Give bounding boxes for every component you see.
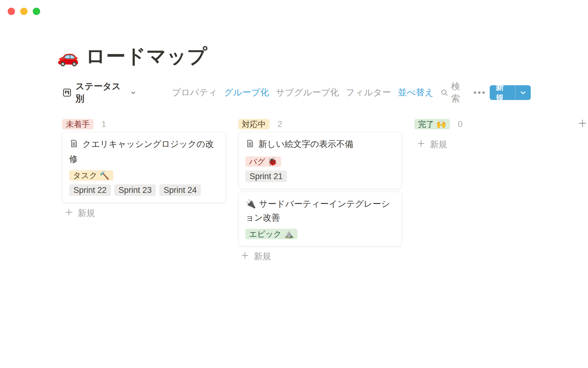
column-header-done: 完了 🙌0 bbox=[414, 119, 578, 129]
more-options-button[interactable] bbox=[474, 91, 485, 94]
page-emoji-car-icon: 🚗 bbox=[57, 46, 79, 67]
tag-badge: エピック ⛰️ bbox=[245, 229, 297, 239]
board-column-not-started: 未着手1クエリキャッシングロジックの改修タスク 🔨Sprint 22Sprint… bbox=[62, 119, 226, 263]
toolbar-item-subgroup[interactable]: サブグループ化 bbox=[276, 86, 339, 99]
card[interactable]: 新しい絵文字の表示不備バグ 🐞Sprint 21 bbox=[238, 132, 402, 189]
window-controls bbox=[8, 8, 40, 15]
new-button-label[interactable]: 新規 bbox=[490, 85, 515, 100]
minimize-button[interactable] bbox=[20, 8, 28, 15]
view-name: ステータス別 bbox=[76, 80, 126, 105]
card-title: 🔌サードバーティーインテグレーション改善 bbox=[245, 197, 395, 224]
plus-icon bbox=[417, 139, 425, 150]
sprint-chip: Sprint 22 bbox=[69, 184, 111, 196]
column-count: 0 bbox=[458, 119, 463, 129]
tag-badge: バグ 🐞 bbox=[245, 156, 281, 167]
tag-row: タスク 🔨 bbox=[69, 170, 219, 181]
toolbar-item-sort[interactable]: 並べ替え bbox=[398, 86, 434, 99]
add-card-button-done[interactable]: 新規 bbox=[414, 138, 578, 151]
page-title: 🚗 ロードマップ bbox=[57, 43, 207, 70]
status-badge[interactable]: 対応中 bbox=[238, 119, 270, 129]
sprint-row: Sprint 21 bbox=[245, 171, 395, 182]
sprint-chip: Sprint 24 bbox=[159, 184, 201, 196]
page-icon bbox=[69, 138, 78, 152]
add-card-label: 新規 bbox=[78, 207, 95, 219]
view-switcher[interactable]: ステータス別 bbox=[62, 80, 136, 105]
search-icon bbox=[440, 88, 448, 97]
search-label: 検索 bbox=[451, 80, 468, 105]
new-button-dropdown[interactable] bbox=[515, 85, 531, 100]
zoom-button[interactable] bbox=[33, 8, 40, 15]
add-card-label: 新規 bbox=[430, 139, 447, 150]
card-title: 新しい絵文字の表示不備 bbox=[245, 137, 395, 152]
tag-row: エピック ⛰️ bbox=[245, 229, 395, 239]
card-emoji-icon: 🔌 bbox=[245, 199, 256, 209]
search-button[interactable]: 検索 bbox=[440, 80, 468, 105]
status-badge[interactable]: 未着手 bbox=[62, 119, 93, 129]
column-header-not-started: 未着手1 bbox=[62, 119, 226, 129]
plus-icon bbox=[65, 208, 73, 219]
sprint-row: Sprint 22Sprint 23Sprint 24 bbox=[69, 184, 219, 196]
sprint-chip: Sprint 23 bbox=[114, 184, 156, 196]
plus-icon bbox=[241, 251, 249, 262]
view-toolbar: ステータス別 プロパティグループ化サブグループ化フィルター並べ替え 検索 新規 bbox=[62, 85, 531, 100]
sprint-chip: Sprint 21 bbox=[245, 171, 287, 182]
plus-icon bbox=[578, 118, 587, 128]
toolbar-menu: プロパティグループ化サブグループ化フィルター並べ替え bbox=[172, 86, 434, 99]
new-button[interactable]: 新規 bbox=[490, 85, 531, 100]
column-count: 2 bbox=[277, 119, 282, 129]
tag-row: バグ 🐞 bbox=[245, 156, 395, 167]
add-card-button-not-started[interactable]: 新規 bbox=[62, 207, 226, 220]
card-title: クエリキャッシングロジックの改修 bbox=[69, 137, 219, 166]
ellipsis-icon bbox=[474, 91, 476, 94]
board-column-done: 完了 🙌0新規 bbox=[414, 119, 578, 263]
board-column-in-progress: 対応中2新しい絵文字の表示不備バグ 🐞Sprint 21🔌サードバーティーインテ… bbox=[238, 119, 402, 263]
kanban-board: 未着手1クエリキャッシングロジックの改修タスク 🔨Sprint 22Sprint… bbox=[62, 119, 578, 263]
add-card-button-in-progress[interactable]: 新規 bbox=[238, 250, 402, 263]
close-button[interactable] bbox=[8, 8, 15, 15]
add-group-button[interactable] bbox=[577, 118, 588, 129]
card[interactable]: 🔌サードバーティーインテグレーション改善エピック ⛰️ bbox=[238, 192, 402, 246]
toolbar-item-group[interactable]: グループ化 bbox=[224, 86, 269, 99]
tag-badge: タスク 🔨 bbox=[69, 170, 113, 181]
toolbar-item-filter[interactable]: フィルター bbox=[346, 86, 391, 99]
status-badge[interactable]: 完了 🙌 bbox=[414, 119, 450, 129]
board-view-icon bbox=[62, 87, 72, 98]
page-title-text: ロードマップ bbox=[85, 43, 207, 70]
chevron-down-icon bbox=[519, 89, 527, 97]
card[interactable]: クエリキャッシングロジックの改修タスク 🔨Sprint 22Sprint 23S… bbox=[62, 132, 226, 203]
toolbar-item-properties[interactable]: プロパティ bbox=[172, 86, 217, 99]
column-count: 1 bbox=[101, 119, 106, 129]
chevron-down-icon bbox=[130, 89, 136, 96]
page-icon bbox=[245, 138, 254, 152]
add-card-label: 新規 bbox=[254, 251, 271, 262]
column-header-in-progress: 対応中2 bbox=[238, 119, 402, 129]
